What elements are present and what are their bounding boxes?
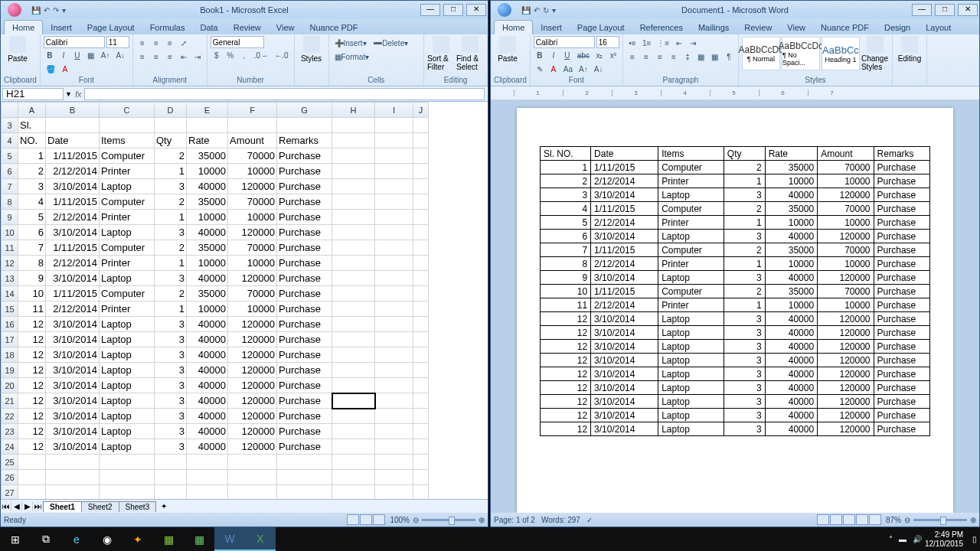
word-table[interactable]: Sl. NO.DateItemsQtyRateAmountRemarks11/1… — [540, 146, 930, 436]
volume-icon[interactable]: 🔊 — [910, 535, 925, 543]
align-left-button[interactable]: ≡ — [626, 50, 639, 64]
highlight-button[interactable]: ✎ — [534, 62, 546, 76]
subscript-button[interactable]: x₂ — [593, 48, 606, 62]
notifications-icon[interactable]: ▯ — [969, 535, 980, 543]
sheet-nav-first-icon[interactable]: ⏮ — [1, 502, 11, 510]
word-taskbar-icon[interactable]: W — [214, 527, 245, 551]
column-header-H[interactable]: H — [332, 103, 375, 118]
decrease-decimal-button[interactable]: ←.0 — [272, 48, 290, 62]
align-top-button[interactable]: ≡ — [136, 36, 149, 50]
percent-button[interactable]: % — [224, 48, 237, 62]
page-status[interactable]: Page: 1 of 2 — [494, 516, 535, 524]
column-header-D[interactable]: D — [155, 103, 187, 118]
style-no-spacing[interactable]: AaBbCcDc¶ No Spaci... — [782, 37, 820, 70]
close-button[interactable]: ✕ — [466, 4, 486, 16]
save-icon[interactable]: 💾 — [31, 6, 41, 15]
row-header[interactable]: 16 — [2, 317, 18, 332]
italic-button[interactable]: I — [547, 48, 560, 62]
column-header-C[interactable]: C — [100, 103, 155, 118]
app-icon[interactable]: ▦ — [153, 527, 184, 551]
column-header-I[interactable]: I — [375, 103, 413, 118]
row-header[interactable]: 17 — [2, 332, 18, 347]
row-header[interactable]: 22 — [2, 409, 18, 424]
save-icon[interactable]: 💾 — [521, 6, 531, 15]
font-name-combo[interactable] — [44, 36, 105, 48]
tab-nuance-pdf[interactable]: Nuance PDF — [302, 21, 365, 34]
find-select-button[interactable]: Find & Select — [456, 36, 484, 71]
increase-decimal-button[interactable]: .0→ — [252, 48, 270, 62]
row-header[interactable]: 11 — [2, 240, 18, 256]
network-icon[interactable]: ▬ — [896, 535, 910, 543]
sort-filter-button[interactable]: Sort & Filter — [427, 36, 455, 71]
full-screen-view-button[interactable] — [830, 514, 842, 525]
delete-cells-button[interactable]: ➖ Delete ▾ — [371, 36, 410, 50]
tab-review[interactable]: Review — [226, 21, 269, 34]
row-header[interactable]: 27 — [2, 485, 18, 500]
multilevel-button[interactable]: ⋮≡ — [655, 36, 671, 50]
font-name-combo[interactable] — [534, 36, 595, 48]
minimize-button[interactable]: — — [420, 4, 440, 16]
web-layout-view-button[interactable] — [843, 514, 855, 525]
bold-button[interactable]: B — [534, 48, 546, 62]
align-right-button[interactable]: ≡ — [654, 50, 666, 64]
align-center-button[interactable]: ≡ — [150, 50, 162, 64]
print-layout-view-button[interactable] — [817, 514, 829, 525]
sheet-nav-last-icon[interactable]: ⏭ — [33, 502, 44, 510]
align-center-button[interactable]: ≡ — [640, 50, 652, 64]
chrome-icon[interactable]: ◉ — [92, 527, 122, 551]
align-bottom-button[interactable]: ≡ — [164, 36, 176, 50]
decrease-indent-button[interactable]: ⇤ — [178, 50, 190, 64]
proofing-icon[interactable]: ✓ — [586, 516, 593, 524]
italic-button[interactable]: I — [57, 48, 70, 62]
sheet-tab-sheet2[interactable]: Sheet2 — [81, 501, 119, 512]
tab-view[interactable]: View — [269, 21, 302, 34]
excel-taskbar-icon[interactable]: X — [245, 527, 276, 551]
underline-button[interactable]: U — [561, 48, 573, 62]
tab-data[interactable]: Data — [192, 21, 225, 34]
superscript-button[interactable]: x² — [607, 48, 619, 62]
app-icon[interactable]: ✦ — [122, 527, 153, 551]
border-button[interactable]: ▦ — [85, 48, 97, 62]
fill-color-button[interactable]: 🪣 — [44, 62, 57, 76]
row-header[interactable]: 15 — [2, 302, 18, 317]
office-button[interactable] — [1, 2, 28, 18]
insert-cells-button[interactable]: ➕ Insert ▾ — [332, 36, 369, 50]
page-break-view-button[interactable] — [373, 514, 385, 525]
horizontal-ruler[interactable]: 1234567 — [491, 86, 979, 100]
maximize-button[interactable]: □ — [935, 4, 955, 16]
start-button[interactable]: ⊞ — [0, 527, 31, 551]
shrink-font-button[interactable]: A↓ — [113, 48, 127, 62]
column-header-G[interactable]: G — [277, 103, 332, 118]
underline-button[interactable]: U — [71, 48, 83, 62]
sheet-nav-prev-icon[interactable]: ◀ — [11, 502, 22, 510]
office-button[interactable] — [491, 2, 518, 18]
line-spacing-button[interactable]: ‡ — [681, 50, 694, 64]
minimize-button[interactable]: — — [912, 4, 932, 16]
shading-button[interactable]: ▦ — [695, 50, 707, 64]
tray-expand-icon[interactable]: ˄ — [886, 535, 896, 543]
tab-mailings[interactable]: Mailings — [691, 21, 737, 34]
tab-home[interactable]: Home — [4, 20, 43, 34]
column-header-E[interactable]: E — [187, 103, 228, 118]
row-header[interactable]: 12 — [2, 256, 18, 271]
redo-icon[interactable]: ↷ — [53, 6, 59, 15]
row-header[interactable]: 5 — [2, 148, 18, 164]
bold-button[interactable]: B — [44, 48, 56, 62]
number-format-combo[interactable] — [211, 36, 264, 48]
column-header-B[interactable]: B — [46, 103, 100, 118]
maximize-button[interactable]: □ — [443, 4, 463, 16]
numbering-button[interactable]: 1≡ — [640, 36, 653, 50]
tab-layout[interactable]: Layout — [918, 21, 959, 34]
paste-button[interactable]: Paste — [4, 36, 31, 63]
qat-customize-icon[interactable]: ▾ — [552, 6, 556, 15]
sheet-nav-next-icon[interactable]: ▶ — [22, 502, 33, 510]
increase-indent-button[interactable]: ⇥ — [687, 36, 699, 50]
change-styles-button[interactable]: Change Styles — [861, 36, 889, 71]
paste-button[interactable]: Paste — [494, 36, 521, 63]
grow-font-button[interactable]: A↑ — [577, 62, 590, 76]
words-status[interactable]: Words: 297 — [535, 516, 586, 524]
font-size-combo[interactable] — [596, 36, 619, 48]
tab-page-layout[interactable]: Page Layout — [570, 21, 632, 34]
close-button[interactable]: ✕ — [958, 4, 978, 16]
normal-view-button[interactable] — [347, 514, 359, 525]
